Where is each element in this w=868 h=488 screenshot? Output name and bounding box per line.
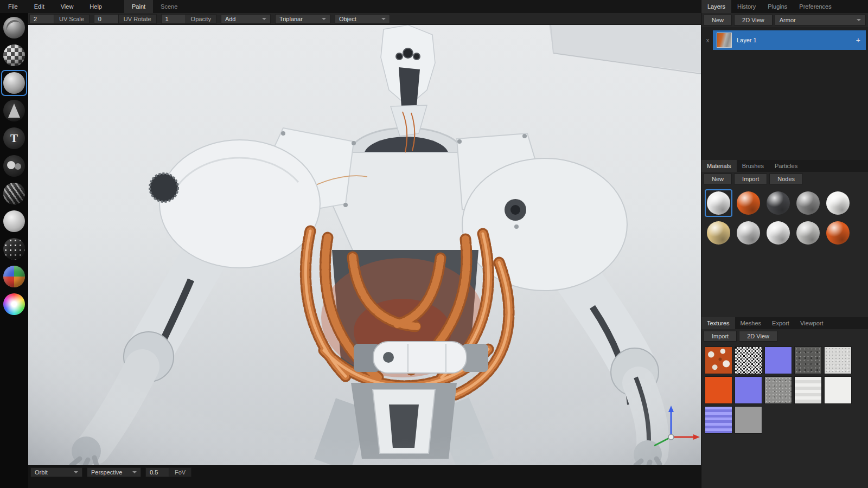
menu-file[interactable]: File xyxy=(0,0,26,13)
new-layer-button[interactable]: New xyxy=(704,15,732,25)
material-swatch[interactable] xyxy=(794,219,822,247)
opacity-value[interactable]: 1 xyxy=(161,14,186,24)
texture-tile[interactable] xyxy=(824,346,852,374)
layer-row[interactable]: Layer 1 + xyxy=(713,30,866,50)
decal-tool[interactable] xyxy=(1,98,27,124)
materials-toolbar: New Import Nodes xyxy=(701,172,868,186)
menu-help[interactable]: Help xyxy=(81,0,110,13)
uv-rotate-value[interactable]: 0 xyxy=(94,14,119,24)
2d-view-button[interactable]: 2D View xyxy=(734,15,773,25)
colorid-tool[interactable] xyxy=(1,264,27,290)
tab-viewport[interactable]: Viewport xyxy=(795,317,829,329)
texture-tile[interactable] xyxy=(735,406,762,434)
material-sphere-icon xyxy=(796,221,820,245)
texture-tile[interactable] xyxy=(705,346,732,374)
tab-scene[interactable]: Scene xyxy=(153,0,185,13)
chevron-down-icon xyxy=(74,471,78,473)
picker-tool[interactable] xyxy=(1,291,27,317)
material-sphere-icon xyxy=(767,191,790,215)
mesh-select-dropdown[interactable]: Armor xyxy=(775,15,866,25)
material-swatch[interactable] xyxy=(794,189,822,217)
particle-tool-icon xyxy=(3,238,25,260)
texture-tile[interactable] xyxy=(824,376,852,404)
import-material-button[interactable]: Import xyxy=(734,174,767,184)
add-layer-icon[interactable]: + xyxy=(854,36,862,44)
material-sphere-icon xyxy=(737,191,760,215)
material-swatch[interactable] xyxy=(764,189,792,217)
blur-tool[interactable] xyxy=(1,181,27,207)
opacity-label: Opacity xyxy=(186,14,216,24)
tab-meshes[interactable]: Meshes xyxy=(735,317,767,329)
tab-brushes[interactable]: Brushes xyxy=(737,160,769,172)
texture-tile[interactable] xyxy=(794,376,822,404)
paint-target-dropdown[interactable]: Object xyxy=(335,14,390,24)
tab-export[interactable]: Export xyxy=(767,317,795,329)
material-sphere-icon xyxy=(826,221,850,245)
text-tool[interactable]: T xyxy=(1,125,27,151)
uv-rotate-label: UV Rotate xyxy=(119,14,157,24)
eraser-tool[interactable] xyxy=(1,42,27,68)
texture-tile[interactable] xyxy=(794,346,822,374)
delete-layer-icon[interactable]: x xyxy=(704,37,712,43)
material-sphere-icon xyxy=(737,221,760,245)
tab-preferences[interactable]: Preferences xyxy=(793,0,837,13)
colorid-tool-icon xyxy=(3,266,25,287)
texture-tile[interactable] xyxy=(705,406,732,434)
material-swatch[interactable] xyxy=(824,189,852,217)
uv-rotate-control: 0 UV Rotate xyxy=(94,14,157,24)
tab-layers[interactable]: Layers xyxy=(701,0,731,13)
texture-tile[interactable] xyxy=(735,346,762,374)
camera-mode-value: Orbit xyxy=(35,469,48,476)
clone-tool-icon xyxy=(3,155,25,177)
eraser-tool-icon xyxy=(3,44,25,66)
material-swatch[interactable] xyxy=(735,189,762,217)
chevron-down-icon xyxy=(132,471,137,473)
layer-thumbnail xyxy=(717,33,732,48)
tab-particles[interactable]: Particles xyxy=(769,160,803,172)
clone-tool[interactable] xyxy=(1,153,27,179)
camera-mode-dropdown[interactable]: Orbit xyxy=(30,467,82,477)
tab-materials[interactable]: Materials xyxy=(701,160,737,172)
chevron-down-icon xyxy=(262,18,266,20)
layer-name: Layer 1 xyxy=(737,37,850,43)
tab-history[interactable]: History xyxy=(731,0,762,13)
projection-mode-dropdown[interactable]: Triplanar xyxy=(275,14,330,24)
nodes-button[interactable]: Nodes xyxy=(769,174,803,184)
material-swatch[interactable] xyxy=(735,219,762,247)
menu-edit[interactable]: Edit xyxy=(26,0,53,13)
material-swatch[interactable] xyxy=(824,219,852,247)
layer-list: x Layer 1 + xyxy=(701,27,868,160)
texture-tile[interactable] xyxy=(735,376,762,404)
fov-value[interactable]: 0.5 xyxy=(145,467,169,477)
blend-mode-dropdown[interactable]: Add xyxy=(221,14,271,24)
particle-tool[interactable] xyxy=(1,236,27,262)
import-texture-button[interactable]: Import xyxy=(704,331,737,342)
projection-dropdown[interactable]: Perspective xyxy=(87,467,141,477)
menu-view[interactable]: View xyxy=(53,0,82,13)
smudge-tool[interactable] xyxy=(1,208,27,234)
brush-tool[interactable] xyxy=(1,15,27,41)
blend-mode-value: Add xyxy=(225,16,236,22)
tab-paint[interactable]: Paint xyxy=(124,0,153,13)
texture-tile[interactable] xyxy=(705,376,732,404)
texture-2d-view-button[interactable]: 2D View xyxy=(739,331,777,342)
3d-viewport[interactable] xyxy=(28,25,701,465)
projection-mode-value: Triplanar xyxy=(279,16,303,22)
new-material-button[interactable]: New xyxy=(704,174,732,184)
tab-textures[interactable]: Textures xyxy=(701,317,735,329)
fill-tool[interactable] xyxy=(1,70,27,96)
panel-tabs: Layers History Plugins Preferences xyxy=(701,0,868,13)
color-wheel-icon xyxy=(3,293,25,315)
chevron-down-icon xyxy=(857,19,861,21)
material-swatch[interactable] xyxy=(764,219,792,247)
texture-tile[interactable] xyxy=(764,376,792,404)
uv-scale-value[interactable]: 2 xyxy=(29,14,54,24)
material-swatch[interactable] xyxy=(705,219,732,247)
texture-tile[interactable] xyxy=(764,346,792,374)
model-render xyxy=(28,25,701,465)
material-sphere-icon xyxy=(707,191,730,215)
paint-target-value: Object xyxy=(339,16,356,22)
tab-plugins[interactable]: Plugins xyxy=(762,0,793,13)
material-swatch[interactable] xyxy=(705,189,732,217)
layers-toolbar: New 2D View Armor xyxy=(701,13,868,27)
